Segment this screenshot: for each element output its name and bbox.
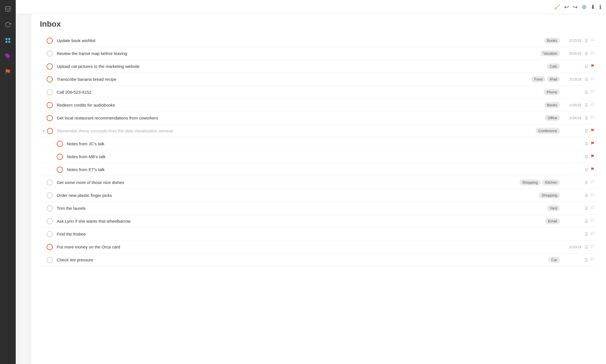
note-icon[interactable]: ☰: [584, 258, 589, 262]
task-date: 1/10/19: [564, 245, 581, 249]
note-icon[interactable]: ☰: [584, 206, 589, 211]
flag-icon[interactable]: [590, 90, 595, 95]
tag[interactable]: Car: [548, 257, 560, 263]
task-checkbox[interactable]: [47, 102, 53, 108]
note-icon[interactable]: ☰: [584, 232, 589, 236]
task-checkbox[interactable]: [47, 128, 53, 134]
collapse-arrow[interactable]: ▼: [42, 129, 45, 133]
info-icon[interactable]: ℹ: [599, 4, 602, 10]
note-icon[interactable]: ☰: [584, 219, 589, 224]
svg-rect-4: [8, 41, 10, 43]
task-tags: Books: [544, 102, 560, 108]
flag-icon[interactable]: [590, 154, 595, 159]
flag-icon[interactable]: [590, 245, 595, 249]
note-icon[interactable]: ☰: [584, 38, 589, 43]
sidebar-icon-refresh[interactable]: [3, 20, 13, 30]
task-tags: Conference: [536, 128, 560, 134]
task-checkbox[interactable]: [47, 244, 53, 250]
task-label: Order new plastic finger picks: [57, 193, 539, 198]
task-checkbox[interactable]: [47, 115, 53, 121]
flag-icon[interactable]: [590, 141, 595, 146]
task-checkbox[interactable]: [47, 50, 53, 57]
flag-icon[interactable]: [590, 77, 595, 82]
flag-icon[interactable]: [590, 116, 595, 120]
tag[interactable]: Office: [545, 115, 560, 121]
task-row: Transcribe banana bread recipeFoodiPad2/…: [40, 73, 598, 86]
task-action-icons: ☰: [584, 51, 595, 56]
tag[interactable]: Conference: [536, 128, 560, 134]
note-icon[interactable]: ☰: [584, 245, 589, 249]
flag-icon[interactable]: [590, 180, 595, 185]
task-row: Get some more of those nice dishesShoppi…: [40, 176, 598, 189]
task-checkbox[interactable]: [47, 76, 53, 82]
add-icon[interactable]: ⊕: [582, 3, 587, 11]
flag-icon[interactable]: [590, 257, 595, 262]
task-checkbox[interactable]: [57, 141, 63, 147]
tag[interactable]: Books: [544, 38, 560, 43]
flag-icon[interactable]: [590, 103, 595, 107]
sidebar-icon-dashboard[interactable]: [3, 35, 13, 45]
task-checkbox[interactable]: [47, 63, 53, 70]
note-icon[interactable]: ☰: [584, 142, 589, 146]
flag-icon[interactable]: [590, 64, 595, 69]
flag-icon[interactable]: [590, 219, 595, 224]
tag[interactable]: Shopping: [520, 179, 541, 185]
sidebar-icon-flag[interactable]: [3, 67, 13, 77]
task-checkbox[interactable]: [47, 257, 53, 263]
task-tags: Yard: [547, 205, 560, 211]
task-tags: ShoppingKitchen: [520, 179, 560, 185]
tag[interactable]: Vacation: [540, 50, 560, 56]
task-checkbox[interactable]: [47, 192, 53, 199]
task-checkbox[interactable]: [57, 167, 63, 173]
task-checkbox[interactable]: [47, 89, 53, 95]
flag-icon[interactable]: [590, 167, 595, 172]
note-icon[interactable]: ☰: [584, 155, 589, 159]
sidebar-icon-inbox[interactable]: [3, 4, 13, 14]
note-icon[interactable]: ☰: [584, 90, 589, 95]
undo-icon[interactable]: ↩: [564, 4, 569, 10]
flag-icon[interactable]: [590, 232, 595, 236]
flag-icon[interactable]: [590, 128, 595, 133]
redo-icon[interactable]: ↪: [573, 4, 578, 10]
task-action-icons: ☰: [584, 257, 595, 262]
flag-icon[interactable]: [590, 193, 595, 198]
note-icon[interactable]: ☰: [584, 51, 589, 56]
task-action-icons: ☰: [584, 116, 595, 120]
task-action-icons: ☰: [584, 103, 595, 107]
tag[interactable]: Email: [545, 218, 560, 224]
note-icon[interactable]: ☰: [584, 193, 589, 198]
download-icon[interactable]: ⬇: [591, 4, 595, 10]
sidebar-icon-tags[interactable]: [3, 51, 13, 61]
tag[interactable]: Yard: [547, 205, 560, 211]
note-icon[interactable]: ☰: [584, 77, 589, 82]
task-row: Order new plastic finger picksShopping☰: [40, 189, 598, 202]
flag-icon[interactable]: [590, 206, 595, 211]
tag[interactable]: Food: [531, 76, 545, 82]
note-icon[interactable]: ☰: [584, 167, 589, 172]
task-checkbox[interactable]: [47, 218, 53, 224]
task-checkbox[interactable]: [47, 205, 53, 211]
flag-icon[interactable]: [590, 38, 595, 43]
note-icon[interactable]: ☰: [584, 129, 589, 133]
tag[interactable]: iPad: [547, 76, 560, 82]
task-checkbox[interactable]: [47, 179, 53, 186]
tag[interactable]: Books: [544, 102, 560, 108]
clean-icon[interactable]: 🧹: [554, 4, 560, 10]
flag-icon[interactable]: [590, 51, 595, 56]
task-checkbox[interactable]: [47, 38, 53, 44]
tag[interactable]: Kitchen: [542, 179, 560, 185]
task-checkbox[interactable]: [57, 154, 63, 160]
tag[interactable]: Cats: [547, 63, 560, 69]
note-icon[interactable]: ☰: [584, 180, 589, 185]
page-title: Inbox: [40, 20, 598, 29]
task-label: Notes from JC's talk: [67, 141, 564, 146]
note-icon[interactable]: ☰: [584, 103, 589, 107]
note-icon[interactable]: ☰: [584, 116, 589, 120]
task-label: Trim the laurels: [57, 206, 547, 211]
tag[interactable]: Shopping: [539, 192, 560, 198]
tag[interactable]: Phone: [544, 89, 560, 95]
task-action-icons: ☰: [584, 90, 595, 95]
note-icon[interactable]: ☰: [584, 64, 589, 69]
task-tags: Books: [544, 38, 560, 43]
task-checkbox[interactable]: [47, 231, 53, 237]
